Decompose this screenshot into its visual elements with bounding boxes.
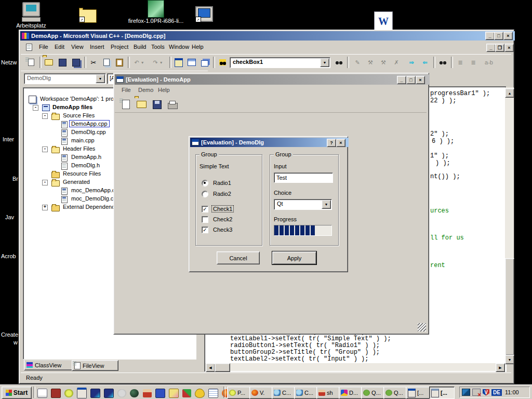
task-label: V. (260, 390, 264, 396)
quicklaunch-e-icon[interactable] (117, 389, 126, 397)
task-label: Q... (371, 390, 381, 396)
windows-logo-icon (6, 390, 12, 396)
tray-antivirus-shield-icon[interactable]: V (483, 389, 489, 396)
quicklaunch-window-icon[interactable] (77, 388, 87, 398)
desktop-label-internet[interactable]: Inter (3, 136, 14, 142)
task-label: sh (327, 390, 333, 396)
separator (33, 387, 35, 398)
task-search-icon (274, 390, 281, 396)
task-label: [... (441, 390, 447, 396)
desktop-icon-label: firefox-1.0PR-i686-li... (125, 18, 187, 24)
quicklaunch-sphere-icon[interactable] (130, 389, 139, 397)
task-button-window1[interactable]: [... (406, 387, 431, 399)
task-label: C... (282, 390, 291, 396)
desktop-label-create2[interactable]: w (14, 339, 18, 345)
separator (223, 387, 225, 398)
desktop-icon-folder[interactable]: ↗ (79, 9, 97, 23)
task-firefox-icon (251, 390, 258, 396)
task-user-icon (318, 390, 325, 396)
task-button-q2[interactable]: Q... (383, 387, 409, 399)
tray-clock[interactable]: 11:00 (505, 389, 519, 395)
task-button-p[interactable]: P... (227, 387, 252, 399)
installer-icon (148, 0, 164, 18)
w-letter: W (378, 16, 389, 28)
desktop-label-netzwerk[interactable]: Netzw (1, 59, 17, 65)
quicklaunch-calculator-icon[interactable] (155, 389, 165, 398)
task-button-sh[interactable]: sh (316, 387, 342, 399)
quick-launch (36, 388, 232, 398)
desktop-label-acrobat[interactable]: Acrob (1, 253, 16, 259)
task-colors-icon (341, 390, 348, 396)
task-label: [... (417, 390, 423, 396)
task-label: P... (237, 390, 245, 396)
tray-offline-icon[interactable]: × (472, 389, 481, 396)
task-button-d[interactable]: D... (339, 387, 364, 399)
task-window-icon (431, 389, 439, 397)
quicklaunch-book-icon[interactable] (51, 389, 61, 398)
keyboard-locale-badge[interactable]: DE (491, 389, 502, 396)
computer-base (22, 17, 41, 22)
task-button-q1[interactable]: Q... (361, 387, 387, 399)
taskbar: Start P... V. C... C... sh D... Q... Q..… (0, 384, 532, 399)
red-x-icon: × (477, 392, 482, 397)
task-qt-icon (363, 390, 370, 396)
task-button-v[interactable]: V. (249, 387, 275, 399)
quicklaunch-clock-icon[interactable] (64, 389, 73, 397)
shortcut-arrow-icon: ↗ (195, 17, 201, 22)
quicklaunch-mail-icon[interactable] (169, 389, 179, 398)
desktop-label-create[interactable]: Create (1, 331, 18, 338)
system-tray: × V DE 11:00 (459, 387, 530, 398)
desktop-icon-display[interactable]: ↗ (195, 6, 213, 22)
task-clock-icon (229, 390, 236, 396)
quicklaunch-user-icon[interactable] (143, 389, 152, 397)
desktop-label-browser[interactable]: Br (12, 176, 18, 182)
quicklaunch-tool1-icon[interactable] (90, 389, 100, 398)
task-search-icon (296, 390, 303, 396)
computer-icon (22, 2, 40, 17)
desktop-label-java[interactable]: Jav (5, 214, 14, 220)
desktop-icon-label: Arbeitsplatz (10, 22, 52, 29)
start-button[interactable]: Start (2, 387, 32, 399)
task-button-window2-active[interactable]: [... (429, 387, 455, 399)
quicklaunch-tool2-icon[interactable] (104, 389, 114, 398)
tray-network-icon[interactable] (462, 389, 470, 396)
task-label: Q... (394, 390, 403, 396)
task-label: D... (349, 390, 358, 396)
desktop-icon-firefox-installer[interactable]: firefox-1.0PR-i686-li... (125, 0, 187, 24)
start-label: Start (14, 389, 28, 396)
task-label: C... (304, 390, 313, 396)
task-button-c2[interactable]: C... (294, 387, 320, 399)
desktop: Arbeitsplatz ↗ firefox-1.0PR-i686-li... … (0, 0, 532, 399)
quicklaunch-close-x-icon[interactable] (182, 389, 191, 397)
shortcut-arrow-icon: ↗ (79, 17, 85, 22)
quicklaunch-notepad-icon[interactable] (37, 389, 47, 398)
task-qt-help-icon (385, 390, 392, 396)
quicklaunch-organizer-icon[interactable] (208, 389, 218, 398)
task-button-c1[interactable]: C... (272, 387, 297, 399)
desktop-icon-wordpad[interactable]: W (374, 11, 393, 31)
quicklaunch-fish-icon[interactable] (195, 389, 205, 398)
desktop-icon-my-computer[interactable]: Arbeitsplatz (10, 2, 52, 29)
task-window-icon (408, 389, 416, 397)
